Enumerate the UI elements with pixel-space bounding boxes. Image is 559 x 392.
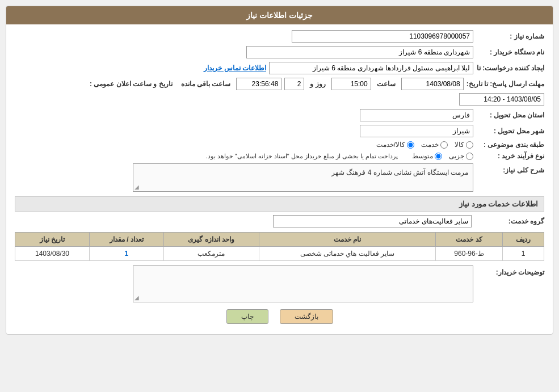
tabaqe-kala-khedmat-item: کالا/خدمت <box>376 141 414 149</box>
contact-link[interactable]: اطلاعات تماس خریدار <box>204 64 266 72</box>
group-input <box>273 215 472 227</box>
noee-jozi-radio[interactable] <box>466 153 473 160</box>
tabaqe-kala-radio[interactable] <box>466 141 473 149</box>
announce-label: تاریخ و ساعت اعلان عمومی : <box>90 80 173 88</box>
group-row: گروه خدمت: <box>15 215 544 227</box>
noee-motavasset-radio[interactable] <box>435 153 442 160</box>
noee-label: نوع فرآیند خرید : <box>476 152 544 160</box>
th-radif: ردیف <box>502 233 544 247</box>
tabaqe-khedmat-radio[interactable] <box>440 141 448 149</box>
services-table: ردیف کد خدمت نام خدمت واحد اندازه گیری ت… <box>15 232 544 261</box>
remaining-label: ساعت باقی مانده <box>181 80 231 88</box>
announce-input <box>459 93 544 106</box>
ostan-row: استان محل تحویل : <box>15 109 544 121</box>
buttons-row: بازگشت چاپ <box>15 309 544 324</box>
th-code: کد خدمت <box>436 233 503 247</box>
td-date: 1403/08/30 <box>15 247 90 261</box>
mohlat-row: مهلت ارسال پاسخ: تا تاریخ: ساعت روز و سا… <box>15 78 544 106</box>
th-count: تعداد / مقدار <box>89 233 163 247</box>
td-code: ط-96-960 <box>436 247 503 261</box>
print-button[interactable]: چاپ <box>226 309 268 324</box>
noee-jozi-item: جزیی <box>449 152 473 160</box>
tabaqe-kala-khedmat-label: کالا/خدمت <box>376 141 405 149</box>
noee-radio-group: جزیی متوسط <box>412 152 473 160</box>
sharh-box: مرمت ایستگاه آتش نشانی شماره 4 فرهنگ شهر… <box>133 163 473 192</box>
buyer-notes-box: ◢ <box>133 265 473 302</box>
tabaqe-kala-khedmat-radio[interactable] <box>407 141 414 149</box>
buyer-notes-label: توضیحات خریدار: <box>476 265 544 276</box>
buyer-notes-row: توضیحات خریدار: ◢ <box>15 265 544 302</box>
th-unit: واحد اندازه گیری <box>163 233 259 247</box>
noee-notice: پرداخت تمام یا بخشی از مبلغ خریداز محل "… <box>205 153 398 160</box>
tabaqe-kala-label: کالا <box>455 141 464 149</box>
tabaqe-kala-item: کالا <box>455 141 473 149</box>
page-header: جزئیات اطلاعات نیاز <box>6 6 553 24</box>
resize-handle: ◢ <box>135 184 139 190</box>
back-button[interactable]: بازگشت <box>280 309 333 324</box>
notes-resize-handle: ◢ <box>135 294 139 301</box>
td-count: 1 <box>89 247 163 261</box>
td-name: سایر فعالیت هاي خدماتی شخصی <box>259 247 436 261</box>
days-input <box>284 78 304 90</box>
header-title: جزئیات اطلاعات نیاز <box>246 11 313 20</box>
remaining-input <box>236 78 281 90</box>
sharh-text: مرمت ایستگاه آتش نشانی شماره 4 فرهنگ شهر <box>331 168 468 176</box>
tabaqe-radio-group: کالا خدمت کالا/خدمت <box>376 141 473 149</box>
services-section: ردیف کد خدمت نام خدمت واحد اندازه گیری ت… <box>15 232 544 261</box>
table-header-row: ردیف کد خدمت نام خدمت واحد اندازه گیری ت… <box>15 233 544 247</box>
ijad-row: ایجاد کننده درخواست: تا اطلاعات تماس خری… <box>15 62 544 74</box>
ijad-label: ایجاد کننده درخواست: تا <box>476 64 544 72</box>
tabaqe-row: طبقه بندی موضوعی : کالا خدمت کالا/خدمت <box>15 141 544 149</box>
days-label: روز و <box>310 80 325 88</box>
noee-motavasset-item: متوسط <box>412 152 442 160</box>
table-row: 1 ط-96-960 سایر فعالیت هاي خدماتی شخصی م… <box>15 247 544 261</box>
sharh-row: شرح کلی نیاز: مرمت ایستگاه آتش نشانی شما… <box>15 163 544 192</box>
mohlat-date-input <box>401 78 464 90</box>
th-date: تاریخ نیاز <box>15 233 90 247</box>
tabaqe-label: طبقه بندی موضوعی : <box>476 141 544 149</box>
ijad-input <box>269 62 473 74</box>
ostan-input <box>360 109 473 121</box>
td-radif: 1 <box>502 247 544 261</box>
noee-row: نوع فرآیند خرید : جزیی متوسط پرداخت تمام… <box>15 152 544 160</box>
tabaqe-khedmat-label: خدمت <box>421 141 439 149</box>
shahr-row: شهر محل تحویل : <box>15 125 544 137</box>
noee-jozi-label: جزیی <box>449 152 464 160</box>
time-label: ساعت <box>377 80 396 88</box>
dasgah-input <box>246 46 473 58</box>
th-name: نام خدمت <box>259 233 436 247</box>
shomara-label: شماره نیاز : <box>476 32 544 40</box>
group-label: گروه خدمت: <box>476 217 544 225</box>
td-unit: مترمکعب <box>163 247 259 261</box>
noee-motavasset-label: متوسط <box>412 152 433 160</box>
tabaqe-khedmat-item: خدمت <box>421 141 448 149</box>
services-section-title: اطلاعات خدمات مورد نیاز <box>15 196 544 212</box>
sharh-label: شرح کلی نیاز: <box>476 163 544 174</box>
mohlat-time-input <box>331 78 371 90</box>
shahr-label: شهر محل تحویل : <box>476 127 544 135</box>
ostan-label: استان محل تحویل : <box>476 111 544 119</box>
shahr-input <box>360 125 473 137</box>
mohlat-label: مهلت ارسال پاسخ: تا تاریخ: <box>466 80 544 88</box>
shomara-input <box>292 30 473 43</box>
shomara-row: شماره نیاز : <box>15 30 544 43</box>
dasgah-row: نام دستگاه خریدار : <box>15 46 544 58</box>
dasgah-label: نام دستگاه خریدار : <box>476 48 544 56</box>
